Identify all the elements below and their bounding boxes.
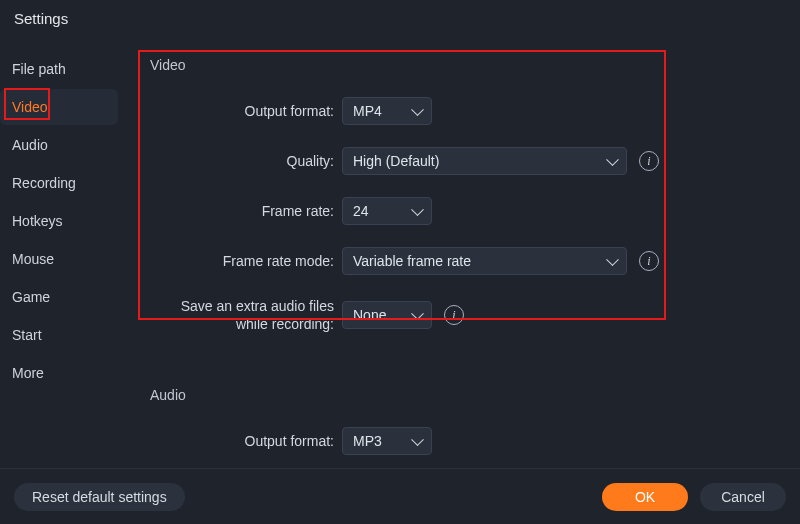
video-section-title: Video — [150, 57, 774, 73]
info-icon[interactable]: i — [444, 305, 464, 325]
sidebar-item-label: Game — [12, 289, 50, 305]
row-save-extra-audio: Save an extra audio files while recordin… — [144, 297, 774, 333]
sidebar-item-recording[interactable]: Recording — [0, 165, 118, 201]
sidebar-item-game[interactable]: Game — [0, 279, 118, 315]
sidebar-item-more[interactable]: More — [0, 355, 118, 391]
sidebar-item-label: File path — [12, 61, 66, 77]
audio-section: Audio Output format: MP3 Bitrate: 128 kb… — [138, 381, 780, 463]
audio-section-title: Audio — [150, 387, 774, 403]
cancel-button[interactable]: Cancel — [700, 483, 786, 511]
row-frame-rate-mode: Frame rate mode: Variable frame rate i — [144, 247, 774, 275]
sidebar-item-label: Audio — [12, 137, 48, 153]
row-audio-output-format: Output format: MP3 — [144, 427, 774, 455]
row-frame-rate: Frame rate: 24 — [144, 197, 774, 225]
sidebar-item-label: Mouse — [12, 251, 54, 267]
label-audio-output-format: Output format: — [144, 432, 342, 450]
footer-bar: Reset default settings OK Cancel — [0, 468, 800, 524]
video-section: Video Output format: MP4 Quality: High (… — [138, 51, 780, 365]
quality-dropdown[interactable]: High (Default) — [342, 147, 627, 175]
dropdown-value: None — [353, 307, 386, 323]
dropdown-value: MP4 — [353, 103, 382, 119]
frame-rate-mode-dropdown[interactable]: Variable frame rate — [342, 247, 627, 275]
label-frame-rate: Frame rate: — [144, 202, 342, 220]
output-format-dropdown[interactable]: MP4 — [342, 97, 432, 125]
sidebar-item-audio[interactable]: Audio — [0, 127, 118, 163]
label-save-extra-audio: Save an extra audio files while recordin… — [144, 297, 342, 333]
sidebar-item-file-path[interactable]: File path — [0, 51, 118, 87]
label-quality: Quality: — [144, 152, 342, 170]
dropdown-value: 24 — [353, 203, 369, 219]
row-quality: Quality: High (Default) i — [144, 147, 774, 175]
info-icon[interactable]: i — [639, 251, 659, 271]
row-output-format: Output format: MP4 — [144, 97, 774, 125]
sidebar-item-start[interactable]: Start — [0, 317, 118, 353]
info-icon[interactable]: i — [639, 151, 659, 171]
label-frame-rate-mode: Frame rate mode: — [144, 252, 342, 270]
sidebar-item-video[interactable]: Video — [0, 89, 118, 125]
sidebar-item-mouse[interactable]: Mouse — [0, 241, 118, 277]
label-output-format: Output format: — [144, 102, 342, 120]
sidebar-item-label: More — [12, 365, 44, 381]
settings-content: Video Output format: MP4 Quality: High (… — [124, 33, 800, 463]
dropdown-value: MP3 — [353, 433, 382, 449]
dropdown-value: High (Default) — [353, 153, 439, 169]
audio-output-format-dropdown[interactable]: MP3 — [342, 427, 432, 455]
frame-rate-dropdown[interactable]: 24 — [342, 197, 432, 225]
save-extra-audio-dropdown[interactable]: None — [342, 301, 432, 329]
sidebar-item-label: Recording — [12, 175, 76, 191]
sidebar-item-label: Video — [12, 99, 48, 115]
dropdown-value: Variable frame rate — [353, 253, 471, 269]
sidebar-item-label: Hotkeys — [12, 213, 63, 229]
sidebar-item-hotkeys[interactable]: Hotkeys — [0, 203, 118, 239]
sidebar-item-label: Start — [12, 327, 42, 343]
ok-button[interactable]: OK — [602, 483, 688, 511]
settings-sidebar: File path Video Audio Recording Hotkeys … — [0, 33, 124, 463]
reset-default-button[interactable]: Reset default settings — [14, 483, 185, 511]
window-title: Settings — [0, 0, 800, 33]
